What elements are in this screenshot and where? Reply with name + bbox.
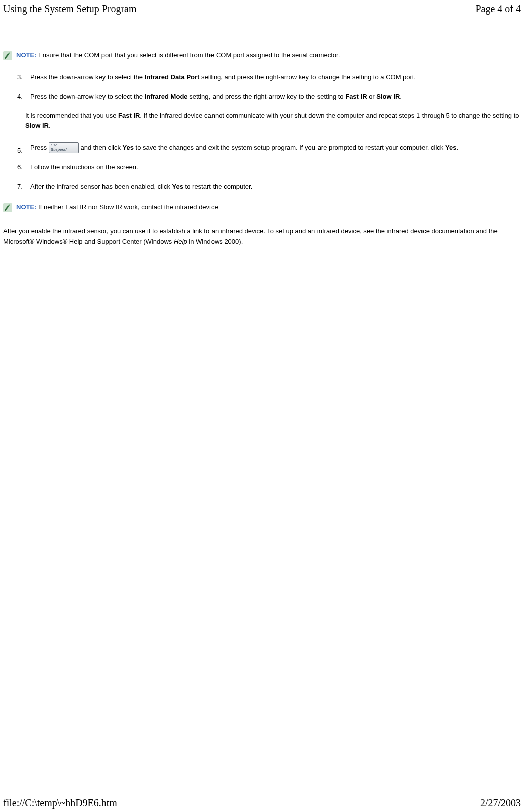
step-number: 6. [17,162,23,172]
step-text: or [367,93,377,100]
note-body: Ensure that the COM port that you select… [36,51,340,59]
closing-text: After you enable the infrared sensor, yo… [3,227,498,245]
step-text: . If the infrared device cannot communic… [140,112,519,119]
note-label: NOTE: [16,51,36,59]
closing-text: in Windows 2000). [187,238,243,245]
note-icon [3,203,12,212]
step-5: 5. Press EscSuspend and then click Yes t… [17,142,524,154]
footer-date: 2/27/2003 [480,797,521,809]
step-text: to restart the computer. [183,183,252,190]
note-icon [3,51,12,60]
bold-slow-ir: Slow IR [376,93,400,100]
step-text: Press the down-arrow key to select the [30,93,145,100]
closing-italic: Help [174,238,187,245]
step-text: After the infrared sensor has been enabl… [30,183,172,190]
closing-paragraph: After you enable the infrared sensor, yo… [3,226,522,246]
step-text: Press the down-arrow key to select the [30,73,145,81]
step-text: It is recommended that you use [25,112,118,119]
step-4: 4. Press the down-arrow key to select th… [17,92,524,102]
header-title: Using the System Setup Program [3,3,137,15]
step-text: Follow the instructions on the screen. [30,163,138,171]
footer-path: file://C:\temp\~hhD9E6.htm [3,797,117,809]
note-label: NOTE: [16,203,36,211]
bold-yes: Yes [123,144,134,151]
bold-yes: Yes [445,144,456,151]
step-text: setting, and press the right-arrow key t… [188,93,346,100]
steps-list: 3. Press the down-arrow key to select th… [17,72,524,102]
step-text: setting, and press the right-arrow key t… [199,73,416,81]
page-footer: file://C:\temp\~hhD9E6.htm 2/27/2003 [0,797,527,809]
note-text: NOTE: Ensure that the COM port that you … [16,51,340,60]
key-line2: Suspend [51,148,77,152]
step-7: 7. After the infrared sensor has been en… [17,182,524,192]
step-number: 7. [17,182,23,192]
step-text: and then click [79,144,123,151]
step-4-note: It is recommended that you use Fast IR. … [25,111,524,131]
bold-infrared-data-port: Infrared Data Port [145,73,200,81]
bold-slow-ir: Slow IR [25,122,49,129]
step-text: to save the changes and exit the system … [134,144,445,151]
step-3: 3. Press the down-arrow key to select th… [17,72,524,82]
note-block: NOTE: If neither Fast IR nor Slow IR wor… [3,203,524,212]
note-block: NOTE: Ensure that the COM port that you … [3,51,524,60]
step-number: 4. [17,92,23,102]
step-number: 5. [17,145,23,156]
step-text: . [456,144,458,151]
esc-suspend-key-icon: EscSuspend [49,142,79,153]
bold-infrared-mode: Infrared Mode [145,93,188,100]
step-text: Press [30,144,49,151]
step-text: . [400,93,402,100]
steps-list: 5. Press EscSuspend and then click Yes t… [17,142,524,192]
header-page-number: Page 4 of 4 [475,3,521,15]
page-header: Using the System Setup Program Page 4 of… [0,0,527,17]
note-body: If neither Fast IR nor Slow IR work, con… [36,203,218,211]
bold-yes: Yes [172,183,183,190]
step-6: 6. Follow the instructions on the screen… [17,162,524,172]
note-text: NOTE: If neither Fast IR nor Slow IR wor… [16,203,218,212]
step-text: . [49,122,51,129]
step-number: 3. [17,72,23,82]
bold-fast-ir: Fast IR [118,112,140,119]
bold-fast-ir: Fast IR [345,93,367,100]
page-content: NOTE: Ensure that the COM port that you … [0,17,527,247]
